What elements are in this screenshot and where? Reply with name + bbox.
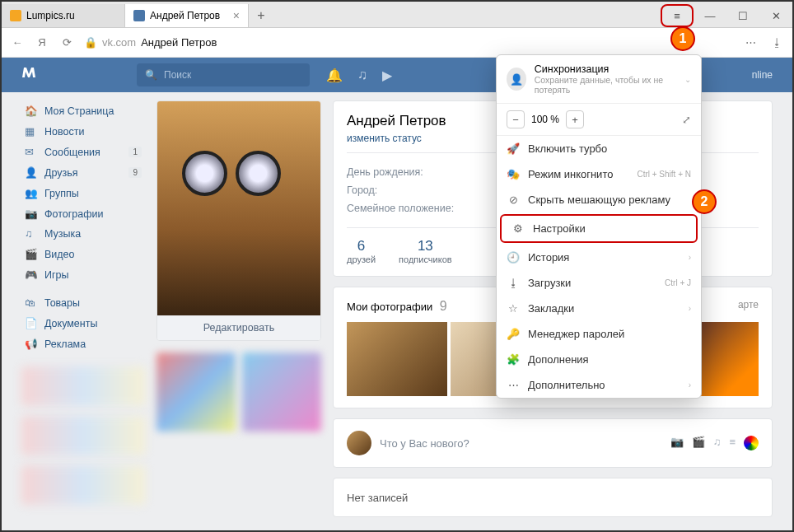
- chevron-right-icon: ›: [689, 253, 691, 262]
- music-icon[interactable]: ♫: [357, 68, 367, 83]
- callout-2: 2: [692, 189, 717, 214]
- map-hint[interactable]: арте: [738, 299, 759, 310]
- badge: 1: [128, 147, 142, 157]
- sidebar-item-mypage[interactable]: 🏠Моя Страница: [21, 100, 145, 121]
- chevron-down-icon: ⌄: [684, 75, 691, 84]
- sidebar-item-video[interactable]: 🎬Видео: [21, 244, 145, 264]
- back-button[interactable]: ←: [10, 36, 25, 49]
- vk-logo[interactable]: [21, 63, 137, 87]
- post-composer[interactable]: Что у Вас нового? 📷 🎬 ♫ ≡: [333, 418, 773, 468]
- menu-item-hideads[interactable]: ⊘Скрыть мешающую рекламу: [497, 187, 701, 212]
- menu-item-incognito[interactable]: 🎭Режим инкогнитоCtrl + Shift + N: [497, 161, 701, 187]
- badge: 9: [128, 167, 142, 178]
- rocket-icon: 🚀: [507, 142, 520, 155]
- edit-profile-button[interactable]: Редактировать: [157, 315, 320, 340]
- avatar[interactable]: [157, 101, 320, 315]
- maximize-button[interactable]: ☐: [726, 4, 759, 27]
- stat-subscribers[interactable]: 13подписчиков: [399, 238, 452, 264]
- url-field[interactable]: 🔒 vk.com Андрей Петров: [84, 36, 733, 49]
- menu-item-settings[interactable]: ⚙Настройки: [500, 214, 698, 243]
- favicon-icon: [133, 10, 145, 21]
- lock-icon: 🔒: [84, 36, 97, 49]
- sidebar-item-photos[interactable]: 📷Фотографии: [21, 203, 145, 224]
- sidebar-item-friends[interactable]: 👤Друзья9: [21, 162, 145, 183]
- sidebar-item-docs[interactable]: 📄Документы: [21, 313, 145, 334]
- hamburger-menu-button[interactable]: ≡: [661, 4, 694, 27]
- tab-lumpics[interactable]: Lumpics.ru: [2, 4, 125, 27]
- reload-button[interactable]: ⟳: [59, 36, 74, 49]
- sidebar-item-label: Музыка: [44, 228, 81, 240]
- stat-friends[interactable]: 6друзей: [347, 238, 376, 264]
- sidebar-item-ads[interactable]: 📢Реклама: [21, 334, 145, 354]
- friends-icon: 👤: [25, 166, 38, 179]
- sidebar-item-market[interactable]: 🛍Товары: [21, 293, 145, 313]
- sync-subtitle: Сохраните данные, чтобы их не потерять: [535, 75, 676, 95]
- zoom-controls: − 100 % + ⤢: [497, 104, 701, 136]
- shortcut-label: Ctrl + J: [665, 278, 691, 287]
- menu-item-passwords[interactable]: 🔑Менеджер паролей: [497, 321, 701, 347]
- menu-label: Закладки: [528, 302, 574, 315]
- menu-label: Режим инкогнито: [528, 168, 613, 180]
- zoom-in-button[interactable]: +: [566, 110, 584, 128]
- story-icon[interactable]: [744, 436, 759, 450]
- thumb[interactable]: [156, 352, 236, 432]
- sidebar-item-label: Группы: [44, 188, 79, 199]
- attach-more-icon[interactable]: ≡: [729, 436, 736, 450]
- sidebar-item-label: Сообщения: [44, 147, 100, 158]
- video-icon[interactable]: ▶: [382, 68, 392, 83]
- market-icon: 🛍: [25, 297, 38, 309]
- menu-label: Дополнительно: [528, 379, 605, 391]
- minimize-button[interactable]: —: [694, 4, 726, 27]
- ad-placeholder: [21, 366, 145, 406]
- menu-item-turbo[interactable]: 🚀Включить турбо: [497, 136, 701, 161]
- menu-label: История: [528, 251, 569, 264]
- ad-placeholder: [21, 416, 145, 455]
- menu-label: Дополнения: [528, 353, 589, 366]
- fullscreen-icon[interactable]: ⤢: [682, 114, 691, 126]
- search-input[interactable]: 🔍 Поиск: [137, 63, 310, 86]
- home-icon: 🏠: [25, 105, 38, 117]
- sidebar-item-messages[interactable]: ✉Сообщения1: [21, 142, 145, 162]
- clock-icon: 🕘: [507, 251, 520, 264]
- sidebar-item-label: Товары: [44, 297, 80, 309]
- mask-icon: 🎭: [507, 168, 520, 180]
- groups-icon: 👥: [25, 187, 38, 199]
- notifications-icon[interactable]: 🔔: [326, 68, 343, 83]
- sidebar-item-label: Игры: [44, 269, 68, 281]
- sidebar-item-label: Фотографии: [44, 208, 103, 220]
- menu-item-bookmarks[interactable]: ☆Закладки›: [497, 296, 701, 321]
- sidebar-item-music[interactable]: ♫Музыка: [21, 224, 145, 244]
- new-tab-button[interactable]: +: [249, 4, 273, 27]
- sidebar-item-games[interactable]: 🎮Игры: [21, 264, 145, 285]
- download-icon[interactable]: ⭳: [769, 36, 784, 49]
- chevron-right-icon: ›: [689, 380, 691, 390]
- news-icon: ▦: [25, 125, 38, 138]
- url-domain: vk.com: [102, 36, 136, 49]
- block-icon: ⊘: [507, 194, 520, 206]
- photos-title[interactable]: Мои фотографии: [347, 301, 432, 313]
- sidebar-item-label: Реклама: [44, 338, 86, 350]
- search-icon: 🔍: [145, 69, 157, 81]
- menu-item-addons[interactable]: 🧩Дополнения: [497, 347, 701, 372]
- attach-music-icon[interactable]: ♫: [713, 436, 722, 450]
- photo-thumb[interactable]: [347, 322, 447, 396]
- yandex-icon[interactable]: Я: [35, 36, 49, 49]
- close-tab-icon[interactable]: ×: [233, 9, 240, 22]
- close-window-button[interactable]: ✕: [759, 4, 792, 27]
- attach-photo-icon[interactable]: 📷: [670, 436, 684, 450]
- menu-item-history[interactable]: 🕘История›: [497, 245, 701, 270]
- attach-video-icon[interactable]: 🎬: [692, 436, 705, 450]
- menu-item-downloads[interactable]: ⭳ЗагрузкиCtrl + J: [497, 270, 701, 296]
- menu-item-more[interactable]: ⋯Дополнительно›: [497, 372, 701, 398]
- extension-icon[interactable]: ⋯: [743, 36, 758, 49]
- sidebar-item-label: Моя Страница: [44, 105, 114, 117]
- key-icon: 🔑: [507, 328, 520, 340]
- tab-vk[interactable]: Андрей Петров ×: [125, 4, 249, 27]
- sidebar-item-groups[interactable]: 👥Группы: [21, 183, 145, 203]
- sidebar-item-label: Друзья: [44, 167, 78, 179]
- thumb[interactable]: [242, 352, 321, 432]
- sidebar-ads-area: [21, 366, 145, 505]
- zoom-out-button[interactable]: −: [507, 110, 525, 128]
- sidebar-item-news[interactable]: ▦Новости: [21, 121, 145, 142]
- sync-section[interactable]: 👤 Синхронизация Сохраните данные, чтобы …: [497, 55, 701, 104]
